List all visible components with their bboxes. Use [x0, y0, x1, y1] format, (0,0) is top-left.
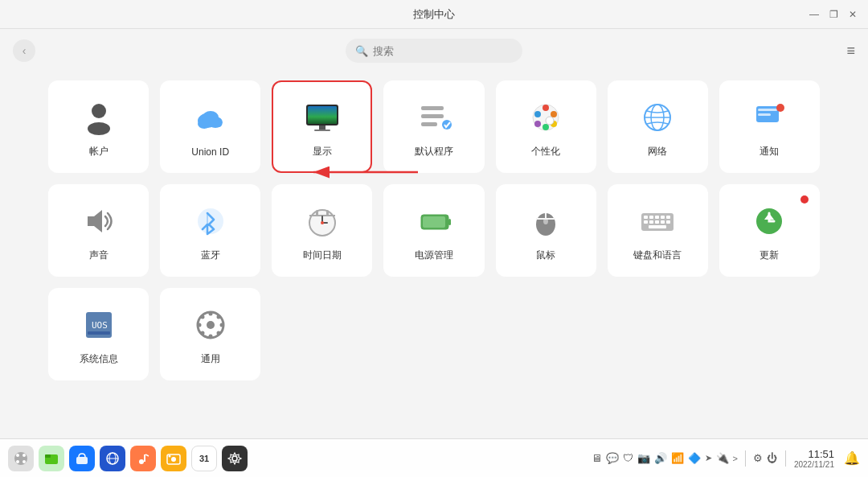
card-default-app[interactable]: 默认程序 [383, 80, 484, 173]
taskbar-right: 🖥 💬 🛡 📷 🔊 📶 🔷 ➤ 🔌 > ⚙ ⏻ 11:51 2022/11/21… [592, 448, 861, 469]
taskbar-apps: 31 [8, 446, 248, 471]
card-sound[interactable]: 声音 [48, 184, 149, 277]
taskbar-music[interactable] [130, 446, 156, 471]
taskbar-store[interactable] [69, 446, 95, 471]
card-power[interactable]: 电源管理 [383, 184, 484, 277]
taskbar-launcher[interactable] [8, 446, 34, 471]
tray-wifi-icon[interactable]: 📶 [671, 452, 684, 464]
svg-marker-33 [88, 210, 102, 232]
update-label: 更新 [760, 249, 779, 262]
tray-chat-icon[interactable]: 💬 [606, 452, 619, 464]
card-personalize[interactable]: 个性化 [496, 80, 596, 173]
tray-bluetooth-icon[interactable]: 🔷 [688, 452, 701, 464]
tray-expand-icon[interactable]: > [733, 454, 738, 463]
personalize-label: 个性化 [531, 145, 560, 158]
update-red-dot [800, 195, 809, 204]
svg-point-72 [219, 323, 223, 327]
svg-rect-52 [649, 216, 653, 219]
svg-point-3 [88, 122, 110, 135]
taskbar-browser[interactable] [100, 446, 125, 471]
card-mouse[interactable]: 鼠标 [496, 184, 596, 277]
card-display[interactable]: 显示 [272, 80, 372, 173]
svg-rect-83 [45, 454, 51, 458]
svg-point-24 [542, 124, 549, 130]
svg-point-68 [207, 321, 215, 329]
close-button[interactable]: ✕ [847, 9, 858, 20]
taskbar-settings[interactable] [222, 446, 248, 471]
card-network[interactable]: 网络 [608, 80, 708, 173]
menu-button[interactable]: ≡ [846, 43, 855, 60]
svg-point-94 [232, 456, 237, 461]
tray-display-icon[interactable]: 🖥 [592, 452, 602, 464]
main-window: ‹ 🔍 ≡ [0, 29, 868, 477]
search-input[interactable] [373, 45, 513, 57]
card-sysinfo[interactable]: UOS 系统信息 [48, 288, 149, 380]
sysinfo-label: 系统信息 [80, 352, 118, 366]
maximize-button[interactable]: ❐ [828, 9, 839, 20]
tray-power-icon[interactable]: ⏻ [767, 452, 777, 464]
clock[interactable]: 11:51 2022/11/21 [794, 448, 834, 469]
svg-point-42 [321, 221, 324, 224]
card-notification[interactable]: 通知 [719, 80, 820, 173]
svg-point-80 [16, 460, 19, 463]
svg-rect-56 [644, 220, 648, 224]
card-bluetooth[interactable]: 蓝牙 [160, 184, 260, 277]
svg-point-20 [551, 111, 557, 117]
svg-point-49 [543, 218, 548, 224]
back-button[interactable]: ‹ [13, 39, 35, 62]
svg-rect-61 [649, 225, 666, 228]
bluetooth-icon [191, 202, 230, 241]
taskbar-photos[interactable] [161, 446, 186, 471]
minimize-button[interactable]: — [809, 9, 820, 20]
card-update[interactable]: 更新 [719, 184, 820, 277]
svg-point-76 [200, 331, 204, 335]
svg-rect-8 [199, 121, 222, 127]
svg-point-22 [534, 111, 541, 117]
svg-point-17 [442, 120, 452, 130]
svg-rect-14 [421, 106, 444, 110]
card-keyboard[interactable]: 键盘和语言 [608, 184, 708, 277]
svg-rect-54 [661, 216, 665, 219]
svg-rect-58 [655, 220, 659, 224]
power-label: 电源管理 [415, 249, 453, 262]
tray-usb-icon[interactable]: 🔌 [716, 452, 729, 464]
keyboard-label: 键盘和语言 [633, 249, 682, 262]
svg-point-19 [542, 105, 549, 111]
svg-point-88 [139, 459, 144, 464]
system-tray: 🖥 💬 🛡 📷 🔊 📶 🔷 ➤ 🔌 > ⚙ ⏻ [592, 450, 777, 467]
search-icon: 🔍 [355, 45, 368, 57]
svg-rect-51 [644, 216, 648, 219]
svg-rect-15 [421, 114, 444, 118]
time-display: 11:51 [794, 448, 834, 460]
tray-sound-icon[interactable]: 🔊 [654, 452, 667, 464]
svg-rect-44 [448, 219, 451, 225]
card-unionid[interactable]: Union ID [160, 80, 260, 173]
svg-point-77 [14, 452, 27, 465]
tray-arrow-icon[interactable]: ➤ [705, 453, 712, 463]
tray-shield-icon[interactable]: 🛡 [623, 452, 633, 464]
mouse-label: 鼠标 [536, 249, 555, 262]
svg-point-78 [16, 454, 19, 457]
notification-bell-icon[interactable]: 🔔 [844, 450, 860, 466]
svg-point-74 [216, 331, 220, 335]
mouse-icon [526, 202, 565, 241]
tray-video-icon[interactable]: 📷 [637, 452, 650, 464]
svg-point-70 [208, 335, 212, 339]
search-bar[interactable]: 🔍 [346, 39, 522, 63]
notification-label: 通知 [760, 145, 779, 158]
svg-rect-84 [76, 457, 88, 464]
card-datetime[interactable]: 时间日期 [272, 184, 372, 277]
taskbar-calendar[interactable]: 31 [191, 446, 217, 471]
sound-label: 声音 [89, 249, 108, 262]
card-general[interactable]: 通用 [160, 288, 260, 380]
default-app-icon [415, 98, 453, 137]
svg-point-2 [92, 104, 106, 118]
card-account[interactable]: 帐户 [48, 80, 149, 173]
svg-point-69 [208, 312, 212, 316]
taskbar-filemanager[interactable] [39, 446, 64, 471]
unionid-label: Union ID [191, 146, 229, 158]
svg-rect-59 [661, 220, 665, 224]
svg-point-32 [776, 104, 784, 112]
date-display: 2022/11/21 [794, 460, 834, 469]
tray-settings-icon[interactable]: ⚙ [753, 452, 763, 464]
